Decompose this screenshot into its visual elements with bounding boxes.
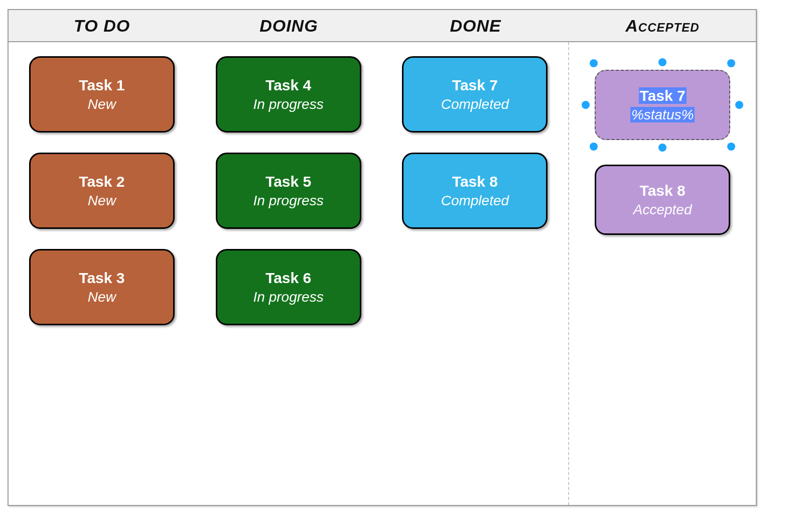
selected-card-wrapper[interactable]: Task 7 %status% (585, 62, 740, 148)
task-status: New (88, 95, 116, 113)
task-card[interactable]: Task 7 Completed (402, 56, 548, 133)
task-card[interactable]: Task 8 Completed (402, 153, 548, 229)
resize-handle-bottom-left[interactable] (590, 143, 598, 151)
task-card[interactable]: Task 3 New (29, 249, 175, 325)
task-card[interactable]: Task 8 Accepted (595, 165, 730, 235)
task-title: Task 7 (452, 76, 498, 95)
task-title: Task 8 (452, 172, 498, 191)
lane-accepted[interactable]: Task 7 %status% Tas (568, 42, 756, 505)
column-header-accepted: Accepted (569, 10, 756, 41)
resize-handle-top-center[interactable] (658, 58, 666, 66)
task-status: %status% (630, 106, 695, 123)
task-card-selected[interactable]: Task 7 %status% (595, 70, 730, 140)
column-header-todo: TO DO (9, 10, 195, 41)
task-title: Task 6 (265, 269, 311, 288)
task-status: In progress (253, 95, 324, 113)
column-header-doing: DOING (195, 10, 382, 41)
task-card[interactable]: Task 2 New (29, 153, 175, 229)
task-status: Completed (441, 192, 509, 209)
column-header-row: TO DO DOING DONE Accepted (9, 10, 756, 42)
task-status: In progress (253, 288, 324, 306)
resize-handle-top-right[interactable] (727, 59, 735, 67)
task-status: New (88, 192, 116, 209)
resize-handle-bottom-right[interactable] (727, 143, 735, 151)
kanban-board[interactable]: TO DO DOING DONE Accepted Task 1 New Tas… (8, 9, 757, 506)
task-status: In progress (253, 192, 324, 209)
lane-todo[interactable]: Task 1 New Task 2 New Task 3 New (9, 42, 195, 505)
task-title: Task 5 (265, 172, 311, 191)
task-title: Task 4 (265, 76, 311, 95)
resize-handle-bottom-center[interactable] (658, 144, 666, 152)
task-title: Task 8 (640, 181, 686, 200)
task-status: Accepted (633, 201, 692, 218)
task-title: Task 1 (79, 76, 124, 95)
resize-handle-middle-right[interactable] (735, 101, 743, 109)
task-title: Task 3 (79, 269, 124, 288)
task-title: Task 2 (79, 172, 124, 191)
task-card[interactable]: Task 1 New (29, 56, 175, 133)
selected-text-status: %status% (630, 107, 695, 122)
column-header-done: DONE (382, 10, 569, 41)
resize-handle-top-left[interactable] (590, 59, 598, 67)
task-status: Completed (441, 95, 509, 113)
selected-text-title: Task 7 (639, 87, 687, 104)
task-status: New (88, 288, 116, 306)
task-card[interactable]: Task 4 In progress (216, 56, 361, 133)
task-card[interactable]: Task 5 In progress (216, 153, 361, 229)
board-body: Task 1 New Task 2 New Task 3 New Task 4 … (9, 42, 756, 505)
resize-handle-middle-left[interactable] (582, 101, 590, 109)
task-title: Task 7 (639, 86, 687, 105)
lane-done[interactable]: Task 7 Completed Task 8 Completed (382, 42, 569, 505)
lane-doing[interactable]: Task 4 In progress Task 5 In progress Ta… (195, 42, 382, 505)
canvas-stage: TO DO DOING DONE Accepted Task 1 New Tas… (0, 0, 812, 515)
task-card[interactable]: Task 6 In progress (216, 249, 361, 325)
